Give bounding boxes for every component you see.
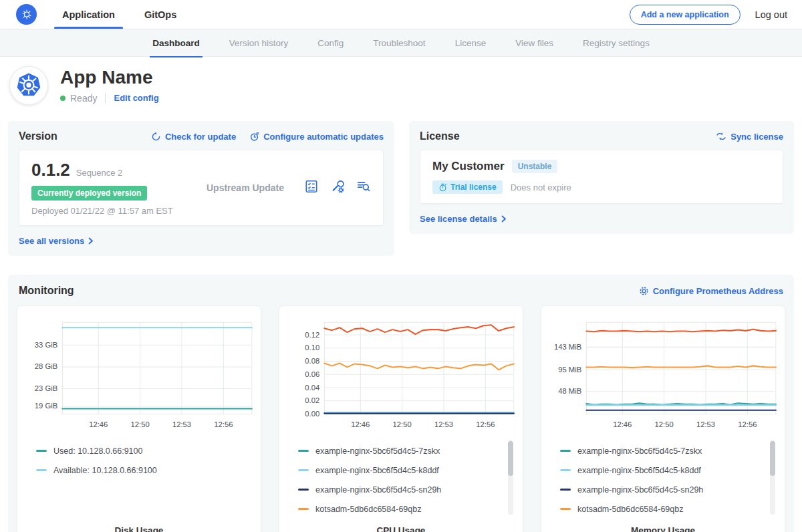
see-license-details-label: See license details [420, 214, 497, 224]
legend-dash-icon [560, 508, 571, 510]
legend-dash-icon [36, 450, 47, 452]
legend-label: example-nginx-5bc6f5d4c5-sn29h [315, 485, 441, 495]
svg-text:19 GiB: 19 GiB [35, 402, 57, 410]
nav-tab-application[interactable]: Application [62, 0, 115, 29]
legend-label: example-nginx-5bc6f5d4c5-7zskx [315, 446, 440, 456]
nav-tab-application-label: Application [62, 9, 115, 20]
legend-label: kotsadm-5db6dc6584-69qbz [577, 505, 683, 514]
svg-text:33 GiB: 33 GiB [35, 341, 57, 349]
app-avatar [9, 66, 48, 105]
legend-label: example-nginx-5bc6f5d4c5-k8ddf [577, 466, 701, 475]
check-for-update-link[interactable]: Check for update [151, 132, 236, 142]
legend-dash-icon [560, 450, 571, 452]
svg-text:12:50: 12:50 [393, 420, 412, 428]
disk-usage-title: Disk Usage [23, 525, 255, 532]
timer-icon [438, 183, 447, 192]
license-details-row: My Customer Unstable Trial license Does … [420, 150, 783, 204]
app-header: App Name Ready Edit config [0, 57, 802, 116]
license-type-badge: Trial license [432, 180, 503, 194]
view-files-icon[interactable] [356, 179, 371, 196]
svg-text:12:56: 12:56 [214, 420, 233, 428]
memory-usage-legend: example-nginx-5bc6f5d4c5-7zskxexample-ng… [547, 438, 779, 519]
tab-version-history[interactable]: Version history [229, 29, 289, 57]
configure-automatic-updates-link[interactable]: Configure automatic updates [249, 132, 384, 142]
version-card: Version Check for update Configure autom… [8, 121, 394, 256]
legend-item: kotsadm-5db6dc6584-69qbz [298, 499, 500, 519]
expiration-text: Does not expire [511, 182, 571, 192]
disk-usage-chart: 33 GiB28 GiB23 GiB19 GiB12:4612:5012:531… [23, 314, 255, 432]
memory-usage-chart: 143 MiB95 MiB48 MiB12:4612:5012:5312:56 [547, 314, 779, 432]
cpu-usage-legend: example-nginx-5bc6f5d4c5-7zskxexample-ng… [285, 438, 517, 519]
channel-badge: Unstable [512, 160, 558, 173]
legend-item: example-nginx-5bc6f5d4c5-sn29h [560, 480, 762, 499]
see-license-details-link[interactable]: See license details [420, 214, 507, 224]
tab-registry-settings[interactable]: Registry settings [583, 29, 650, 57]
legend-dash-icon [36, 469, 47, 471]
deployed-badge: Currently deployed version [31, 186, 147, 201]
svg-text:0.08: 0.08 [305, 357, 319, 365]
svg-text:0.04: 0.04 [305, 384, 319, 392]
svg-text:48 MiB: 48 MiB [558, 387, 581, 395]
license-card-title: License [420, 130, 460, 142]
kubernetes-logo-icon[interactable] [16, 4, 37, 25]
tab-view-files[interactable]: View files [515, 29, 553, 57]
svg-text:12:53: 12:53 [696, 420, 715, 428]
preflight-checks-icon[interactable] [304, 179, 319, 196]
legend-item: kotsadm-5db6dc6584-69qbz [560, 499, 762, 519]
sequence-label: Sequence 2 [76, 168, 122, 178]
legend-dash-icon [560, 469, 571, 471]
legend-scrollbar-track[interactable] [508, 440, 513, 515]
monitoring-panel: Monitoring Configure Prometheus Address … [8, 275, 794, 532]
tab-dashboard[interactable]: Dashboard [152, 29, 200, 57]
svg-text:12:46: 12:46 [613, 420, 632, 428]
legend-item: example-nginx-5bc6f5d4c5-7zskx [298, 441, 500, 460]
legend-dash-icon [298, 450, 309, 452]
current-version-row: 0.1.2 Sequence 2 Currently deployed vers… [19, 150, 384, 226]
legend-scrollbar-thumb[interactable] [770, 441, 775, 476]
svg-text:12:56: 12:56 [738, 420, 757, 428]
see-all-versions-link[interactable]: See all versions [19, 236, 94, 246]
legend-label: example-nginx-5bc6f5d4c5-sn29h [577, 485, 703, 495]
svg-text:143 MiB: 143 MiB [554, 343, 581, 351]
sync-icon [716, 132, 726, 141]
svg-text:12:46: 12:46 [89, 420, 108, 428]
svg-text:23 GiB: 23 GiB [35, 384, 57, 392]
svg-text:0.02: 0.02 [305, 396, 319, 404]
status-dot [60, 96, 65, 101]
legend-scrollbar-thumb[interactable] [508, 441, 513, 476]
memory-usage-title: Memory Usage [547, 525, 779, 532]
version-card-title: Version [19, 130, 57, 142]
svg-text:12:53: 12:53 [172, 420, 191, 428]
app-tab-bar: Dashboard Version history Config Trouble… [0, 29, 802, 57]
sync-license-link[interactable]: Sync license [716, 132, 783, 142]
configure-prometheus-label: Configure Prometheus Address [653, 286, 783, 296]
legend-item: example-nginx-5bc6f5d4c5-sn29h [298, 480, 500, 499]
svg-text:12:50: 12:50 [131, 420, 150, 428]
tab-license[interactable]: License [455, 29, 487, 57]
logout-button[interactable]: Log out [755, 9, 787, 20]
add-application-button[interactable]: Add a new application [630, 5, 741, 25]
legend-item: Used: 10.128.0.66:9100 [36, 441, 238, 460]
svg-text:0.06: 0.06 [305, 370, 319, 378]
config-values-icon[interactable] [330, 179, 345, 196]
nav-tab-gitops[interactable]: GitOps [144, 0, 176, 29]
edit-config-link[interactable]: Edit config [114, 93, 158, 103]
configure-prometheus-link[interactable]: Configure Prometheus Address [639, 286, 783, 296]
legend-scrollbar-track[interactable] [770, 440, 775, 515]
svg-text:12:50: 12:50 [655, 420, 674, 428]
legend-dash-icon [298, 489, 309, 491]
legend-label: example-nginx-5bc6f5d4c5-k8ddf [315, 466, 439, 475]
cpu-usage-tile: 0.120.100.080.060.040.020.0012:4612:5012… [279, 305, 523, 532]
tab-config[interactable]: Config [317, 29, 344, 57]
top-navbar: Application GitOps Add a new application… [0, 0, 802, 29]
see-all-versions-label: See all versions [19, 236, 84, 246]
license-type-label: Trial license [450, 182, 497, 192]
chevron-right-icon [88, 237, 94, 245]
legend-label: kotsadm-5db6dc6584-69qbz [315, 505, 421, 514]
disk-usage-legend: Used: 10.128.0.66:9100Available: 10.128.… [23, 438, 255, 519]
check-for-update-label: Check for update [165, 132, 236, 142]
legend-item: example-nginx-5bc6f5d4c5-7zskx [560, 441, 762, 460]
tab-troubleshoot[interactable]: Troubleshoot [373, 29, 425, 57]
legend-dash-icon [298, 469, 309, 471]
version-number: 0.1.2 [31, 160, 70, 180]
